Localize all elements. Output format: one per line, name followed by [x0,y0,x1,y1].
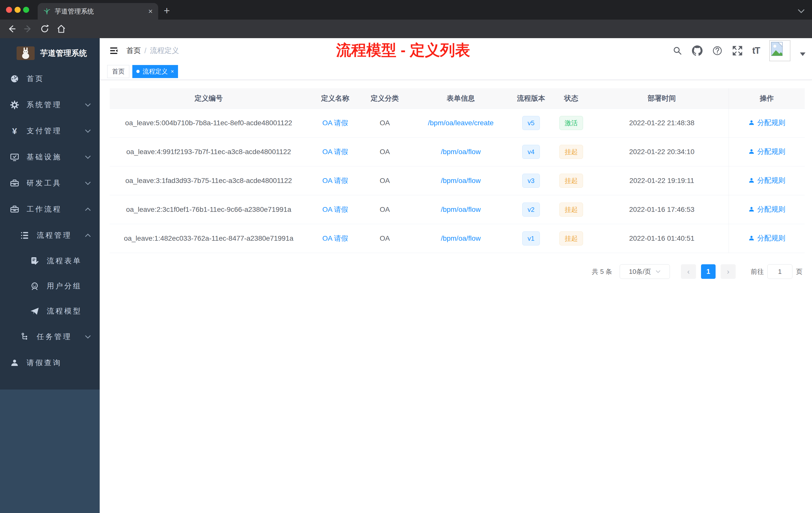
deploy-time: 2022-01-16 01:40:51 [595,224,729,253]
definition-name-link[interactable]: OA 请假 [322,119,348,127]
definition-id: oa_leave:1:482ec033-762a-11ec-8477-a2380… [110,224,308,253]
definition-id: oa_leave:5:004b710b-7b8a-11ec-8ef0-acde4… [110,109,308,137]
avatar[interactable] [769,40,790,61]
chevron-down-icon [85,103,91,107]
chevron-up-icon [85,207,91,211]
reload-icon[interactable] [40,24,50,34]
sidebar: 芋道管理系统 首页 系统管理 ¥ 支付管理 [0,38,100,513]
back-icon[interactable] [6,24,17,34]
goto-page-input[interactable] [767,264,792,279]
deploy-time: 2022-01-16 17:46:53 [595,195,729,224]
next-page-button[interactable]: › [721,264,736,279]
main-area: 首页 / 流程定义 流程模型 - 定义列表 tT [100,38,812,513]
sidebar-item-process-model[interactable]: 流程模型 [0,299,100,324]
definition-id: oa_leave:2:3c1f0ef1-76b1-11ec-9c66-a2380… [110,195,308,224]
tab-favicon-icon [43,7,51,15]
help-icon[interactable] [712,46,723,56]
definition-name-link[interactable]: OA 请假 [322,177,348,184]
browser-toolbar: 不安全 | dashboard.yudao.iocoder.cn /bpm/ma… [0,20,812,38]
form-info-link[interactable]: /bpm/oa/flow [441,206,481,213]
breadcrumb-home[interactable]: 首页 [126,46,141,56]
definition-id: oa_leave:3:1fad3d93-7b75-11ec-a3c8-acde4… [110,166,308,195]
app-title: 芋道管理系统 [40,48,87,58]
tab-close-icon[interactable]: × [148,7,153,16]
sidebar-item-process-management[interactable]: 流程管理 [0,222,100,248]
fullscreen-icon[interactable] [732,46,743,56]
header-deploy-time: 部署时间 [595,88,729,109]
forward-icon[interactable] [23,24,33,34]
breadcrumb-separator: / [144,47,146,55]
header-form-info: 表单信息 [407,88,515,109]
header-definition-name: 定义名称 [308,88,363,109]
font-size-icon[interactable]: tT [752,46,760,56]
tag-active[interactable]: 流程定义 × [132,65,178,78]
definition-name-link[interactable]: OA 请假 [322,206,348,213]
table-row: oa_leave:3:1fad3d93-7b75-11ec-a3c8-acde4… [110,166,805,195]
form-info-link[interactable]: /bpm/oa/leave/create [428,119,494,127]
window-controls[interactable] [6,7,29,13]
definition-name-link[interactable]: OA 请假 [322,148,348,156]
pagination-total: 共 5 条 [592,267,612,276]
new-tab-button[interactable]: + [164,5,170,16]
sidebar-toggle-icon[interactable] [109,46,119,56]
logo-image [17,47,35,60]
avatar-caret-icon[interactable] [800,53,806,56]
app-root: 芋道管理系统 首页 系统管理 ¥ 支付管理 [0,38,812,513]
monitor-check-icon [9,152,20,162]
sidebar-logo-row[interactable]: 芋道管理系统 [0,41,100,66]
search-icon[interactable] [672,46,683,56]
deploy-time: 2022-01-22 20:34:10 [595,137,729,166]
sidebar-item-process-form[interactable]: 流程表单 [0,248,100,274]
tag-active-label: 流程定义 [143,67,168,76]
tab-search-caret-icon[interactable] [797,8,806,14]
sidebar-item-infrastructure[interactable]: 基础设施 [0,144,100,170]
current-page-button[interactable]: 1 [701,264,716,279]
breadcrumb: 首页 / 流程定义 [126,38,179,63]
header-definition-id: 定义编号 [110,88,308,109]
gear-icon [9,100,20,110]
tag-home[interactable]: 首页 [107,65,129,78]
deploy-time: 2022-01-22 21:48:38 [595,109,729,137]
task-tree-icon [20,332,30,341]
robot-face-icon [30,281,40,291]
minimize-window-button[interactable] [14,7,21,13]
browser-tab[interactable]: 芋道管理系统 × [38,3,158,20]
toolbox-icon [9,205,20,214]
assign-rule-button[interactable]: 分配规则 [748,147,785,156]
sidebar-item-devtools[interactable]: 研发工具 [0,170,100,196]
sidebar-item-home[interactable]: 首页 [0,66,100,92]
tag-close-icon[interactable]: × [171,68,174,75]
sidebar-item-leave-query[interactable]: 请假查询 [0,350,100,376]
pagination: 共 5 条 10条/页 ‹ 1 › 前往 页 [592,264,803,279]
chevron-down-icon [85,129,91,133]
yen-icon: ¥ [9,126,20,136]
person-icon [9,358,20,367]
page-size-select[interactable]: 10条/页 [620,264,670,279]
definition-name-link[interactable]: OA 请假 [322,234,348,242]
chevron-down-icon [85,181,91,185]
assign-rule-button[interactable]: 分配规则 [748,176,785,185]
sidebar-menu: 芋道管理系统 首页 系统管理 ¥ 支付管理 [0,38,100,390]
definition-category: OA [363,195,407,224]
close-window-button[interactable] [6,7,12,13]
deploy-time: 2022-01-22 19:19:11 [595,166,729,195]
chevron-up-icon [85,233,91,237]
dashboard-icon [9,74,20,84]
assign-rule-button[interactable]: 分配规则 [748,233,785,243]
assign-rule-button[interactable]: 分配规则 [748,118,785,127]
home-icon[interactable] [56,24,66,34]
form-info-link[interactable]: /bpm/oa/flow [441,177,481,184]
form-info-link[interactable]: /bpm/oa/flow [441,148,481,156]
version-badge: v3 [522,174,540,188]
definition-table: 定义编号 定义名称 定义分类 表单信息 流程版本 状态 部署时间 操作 oa_l… [110,88,805,253]
form-info-link[interactable]: /bpm/oa/flow [441,234,481,242]
sidebar-item-system[interactable]: 系统管理 [0,92,100,118]
prev-page-button[interactable]: ‹ [681,264,696,279]
sidebar-item-user-group[interactable]: 用户分组 [0,274,100,299]
sidebar-item-payment[interactable]: ¥ 支付管理 [0,118,100,144]
assign-rule-button[interactable]: 分配规则 [748,205,785,214]
sidebar-item-task-management[interactable]: 任务管理 [0,324,100,350]
github-icon[interactable] [692,46,702,56]
sidebar-item-workflow[interactable]: 工作流程 [0,196,100,222]
maximize-window-button[interactable] [23,7,29,13]
